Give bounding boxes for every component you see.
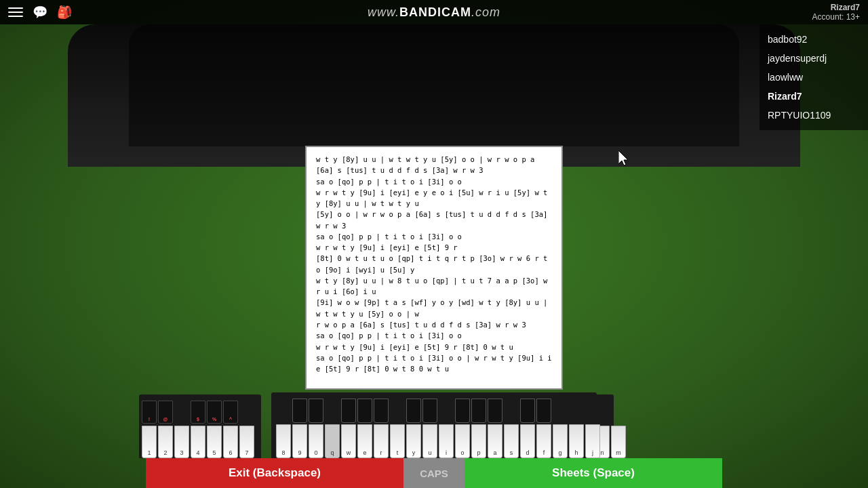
main-piano-keys: 8 9 0 q w e r t y u i o p a s d f g h j [271,392,597,458]
bk-8[interactable] [455,399,470,423]
wk-a[interactable]: a [488,424,502,458]
left-white-key-5[interactable]: 5 [207,426,222,458]
player-list: badbot92 jaydensuperdj laowlww Rizard7 R… [760,24,868,130]
brand-www: www. [368,5,399,19]
bk-3[interactable] [341,399,356,423]
top-bar: 💬 🎒 www.BANDICAM.com Rizard7 Account: 13… [0,0,868,24]
bk-11[interactable] [520,399,535,423]
wk-g[interactable]: g [553,424,568,458]
wk-s[interactable]: s [504,424,519,458]
chat-icon[interactable]: 💬 [33,5,47,20]
bag-icon[interactable]: 🎒 [57,5,72,20]
wk-q[interactable]: q [325,424,340,458]
brand-main: BANDICAM [399,5,471,19]
wk-0[interactable]: 0 [309,424,323,458]
black-key-spacer [174,415,189,424]
wk-w[interactable]: w [341,424,356,458]
left-black-key-2[interactable]: @ [158,401,173,424]
player-badbot92: badbot92 [760,30,868,49]
wk-8[interactable]: 8 [276,424,291,458]
bk-4[interactable] [357,399,372,423]
left-white-key-1[interactable]: 1 [142,426,157,458]
wk-j[interactable]: j [585,424,600,458]
wk-e[interactable]: e [357,424,372,458]
left-white-key-7[interactable]: 7 [239,426,254,458]
left-black-key-3[interactable]: $ [191,401,205,424]
bk-spacer [325,415,340,423]
player-rizard7: Rizard7 [760,87,868,106]
left-black-key-5[interactable]: ^ [223,401,238,424]
brand-com: .com [471,5,500,19]
wk-u[interactable]: u [422,424,437,458]
sheet-text: w t y [8y] u u | w t w t y u [5y] o o | … [316,154,552,374]
left-black-key-4[interactable]: % [207,401,222,424]
right-white-key-m[interactable]: m [611,426,626,458]
wk-h[interactable]: h [569,424,584,458]
bk-2[interactable] [309,399,323,423]
left-white-key-6[interactable]: 6 [223,426,238,458]
brand-text: www.BANDICAM.com [368,5,500,20]
hamburger-icon[interactable] [8,6,23,18]
bk-spacer [504,415,519,423]
sheets-button[interactable]: Sheets (Space) [465,458,722,488]
username: Rizard7 [812,3,860,12]
piano-lid [129,24,739,146]
sheet-panel: w t y [8y] u u | w t w t y u [5y] o o | … [305,146,563,390]
bk-9[interactable] [471,399,486,423]
player-laowlww: laowlww [760,68,868,87]
caps-button[interactable]: CAPS [403,458,465,488]
left-white-key-4[interactable]: 4 [191,426,205,458]
player-rptyuio: RPTYUIO1109 [760,106,868,125]
wk-r[interactable]: r [374,424,389,458]
bk-6[interactable] [406,399,421,423]
wk-f[interactable]: f [536,424,551,458]
user-info: Rizard7 Account: 13+ [812,3,860,22]
wk-d[interactable]: d [520,424,535,458]
bottom-buttons: Exit (Backspace) CAPS Sheets (Space) [146,458,722,488]
wk-o[interactable]: o [455,424,470,458]
bk-spacer [276,415,291,423]
left-white-key-2[interactable]: 2 [158,426,173,458]
bk-5[interactable] [374,399,389,423]
left-black-key-1[interactable]: ! [142,401,157,424]
wk-p[interactable]: p [471,424,486,458]
bk-spacer [390,415,405,423]
left-piano-keys: ! @ $ % ^ 1 2 3 4 5 6 7 [139,394,261,458]
wk-t[interactable]: t [390,424,405,458]
top-bar-left: 💬 🎒 [8,5,72,20]
bk-10[interactable] [488,399,502,423]
wk-i[interactable]: i [439,424,454,458]
player-jaydensuperdj: jaydensuperdj [760,49,868,68]
account-info: Account: 13+ [812,12,860,22]
left-white-key-3[interactable]: 3 [174,426,189,458]
bk-spacer [439,415,454,423]
bk-1[interactable] [292,399,307,423]
exit-button[interactable]: Exit (Backspace) [146,458,403,488]
bk-7[interactable] [422,399,437,423]
wk-y[interactable]: y [406,424,421,458]
bk-12[interactable] [536,399,551,423]
wk-9[interactable]: 9 [292,424,307,458]
